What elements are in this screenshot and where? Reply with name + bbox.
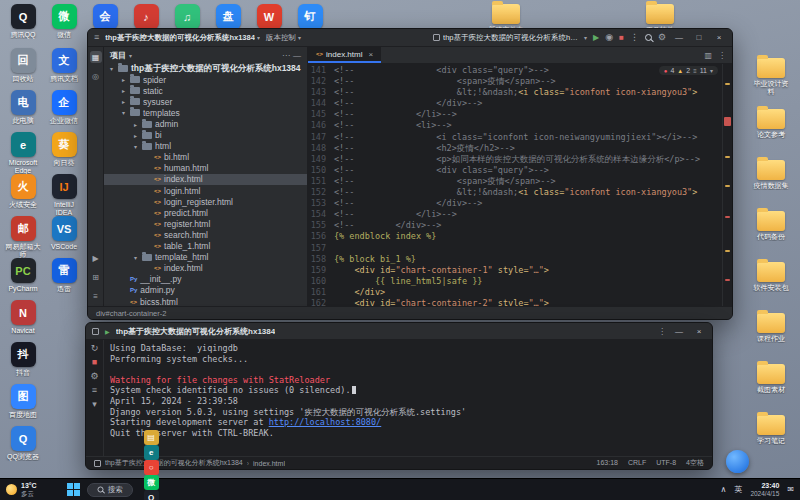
console-close-button[interactable]: ×: [692, 327, 706, 336]
taskbar-icon-explorer[interactable]: ▤: [144, 430, 159, 445]
desktop-icon[interactable]: 企企业微信: [45, 90, 83, 125]
panel-options-icon[interactable]: ⋯: [282, 51, 290, 60]
desktop-folder[interactable]: 毕业设计资料: [752, 58, 790, 96]
code-editor[interactable]: 141<!-- <div class="query">-->142<!-- <s…: [308, 65, 722, 306]
desktop-folder[interactable]: 软件安装包: [752, 262, 790, 292]
taskbar-clock[interactable]: 23:40 2024/4/15: [750, 482, 779, 498]
console-tab[interactable]: thp基于疾控大数据的可视化分析系统hx1384: [116, 326, 276, 337]
desktop-icon[interactable]: VSVSCode: [45, 216, 83, 251]
tree-item[interactable]: <>login_register.html: [104, 196, 307, 207]
status-item[interactable]: CRLF: [628, 459, 646, 466]
tree-item[interactable]: <>search.html: [104, 229, 307, 240]
terminal-tool-icon[interactable]: ≡: [90, 290, 102, 302]
tree-item[interactable]: ▸admin: [104, 118, 307, 129]
desktop-icon[interactable]: NNavicat: [4, 300, 42, 335]
breadcrumb-item[interactable]: div#chart-container-2: [96, 309, 166, 318]
desktop-icon[interactable]: Q腾讯QQ: [4, 4, 42, 39]
desktop-folder[interactable]: 代码备份: [752, 211, 790, 241]
tree-item[interactable]: ▾template_html: [104, 252, 307, 263]
desktop-folder[interactable]: 课程作业: [752, 313, 790, 343]
tree-item[interactable]: ▸sysuser: [104, 96, 307, 107]
expand-arrow[interactable]: ▾: [108, 65, 115, 72]
close-button[interactable]: ×: [712, 33, 726, 42]
tree-item[interactable]: <>login.html: [104, 185, 307, 196]
split-editor-icon[interactable]: ▥: [704, 51, 712, 60]
more-actions-icon[interactable]: ⋮: [630, 33, 639, 42]
notification-icon[interactable]: ✉: [787, 485, 794, 494]
tree-item[interactable]: <>register.html: [104, 218, 307, 229]
tree-item[interactable]: ▾thp基于疾控大数据的可视化分析系统hx1384D:\develop\thp基…: [104, 63, 307, 74]
expand-arrow[interactable]: ▸: [120, 98, 127, 105]
desktop-icon[interactable]: PCPyCharm: [4, 258, 42, 293]
inspections-widget[interactable]: ● 4 ▲ 2 ≡ 11 ▾: [659, 66, 718, 75]
project-tool-icon[interactable]: ▦: [90, 51, 102, 63]
tree-item[interactable]: <>index.html: [104, 263, 307, 274]
tree-item[interactable]: <>human.html: [104, 163, 307, 174]
tree-item[interactable]: <>index.html: [104, 174, 307, 185]
minimize-button[interactable]: —: [672, 33, 686, 42]
desktop-icon[interactable]: 电此电脑: [4, 90, 42, 125]
desktop-folder[interactable]: 论文参考: [752, 109, 790, 139]
tree-item[interactable]: ▾templates: [104, 107, 307, 118]
expand-arrow[interactable]: ▾: [132, 254, 139, 261]
expand-arrow[interactable]: ▸: [132, 121, 139, 128]
weather-widget[interactable]: 13°C 多云: [6, 482, 37, 498]
desktop-icon[interactable]: IJIntelliJ IDEA: [45, 174, 83, 217]
console-settings-icon[interactable]: ⚙: [90, 372, 98, 381]
desktop-folder[interactable]: 学习笔记: [752, 415, 790, 445]
tree-item[interactable]: <>table_1.html: [104, 241, 307, 252]
start-button[interactable]: [67, 483, 81, 497]
run-tool-icon[interactable]: ▶: [90, 252, 102, 264]
console-minimize-button[interactable]: —: [672, 327, 686, 336]
desktop-icon[interactable]: 微微信: [45, 4, 83, 39]
taskbar-icon-edge[interactable]: e: [144, 445, 159, 460]
stop-button[interactable]: ■: [92, 358, 97, 367]
status-item[interactable]: 4空格: [686, 459, 704, 466]
desktop-icon[interactable]: 火火绒安全: [4, 174, 42, 209]
console-more-icon[interactable]: ⋮: [658, 327, 666, 336]
tree-item[interactable]: ▸spider: [104, 74, 307, 85]
status-item[interactable]: 163:18: [597, 459, 618, 466]
tree-item[interactable]: <>bi.html: [104, 152, 307, 163]
editor-scrollbar[interactable]: [722, 64, 732, 306]
rerun-button[interactable]: ↻: [91, 344, 99, 353]
desktop-icon[interactable]: 雷迅雷: [45, 258, 83, 293]
ime-indicator[interactable]: 英: [734, 484, 742, 495]
tab-index-html[interactable]: <> index.html ×: [308, 47, 381, 63]
settings-gear-icon[interactable]: ⚙: [658, 33, 666, 42]
tray-chevron-icon[interactable]: ∧: [721, 485, 727, 494]
breadcrumb[interactable]: div#chart-container-2: [88, 306, 732, 319]
desktop-icon[interactable]: QQQ浏览器: [4, 426, 42, 461]
project-widget[interactable]: thp基于疾控大数据的可视化分析系统hx1384 ▾: [105, 33, 260, 43]
status-item[interactable]: UTF-8: [656, 459, 676, 466]
desktop-icon[interactable]: eMicrosoft Edge: [4, 132, 42, 175]
close-tab-icon[interactable]: ×: [368, 50, 373, 59]
expand-arrow[interactable]: ▾: [120, 109, 127, 116]
stop-button[interactable]: ■: [619, 34, 624, 42]
tree-item[interactable]: <>predict.html: [104, 207, 307, 218]
desktop-icon[interactable]: 抖抖音: [4, 342, 42, 377]
desktop-icon[interactable]: 回回收站: [4, 48, 42, 83]
desktop-folder[interactable]: 疫情数据集: [752, 160, 790, 190]
desktop-icon[interactable]: 图百度地图: [4, 384, 42, 419]
tree-item[interactable]: Pyadmin.py: [104, 285, 307, 296]
maximize-button[interactable]: □: [692, 33, 706, 42]
hide-panel-icon[interactable]: —: [293, 51, 301, 60]
main-menu-icon[interactable]: ≡: [94, 33, 99, 42]
taskbar-icon-qq[interactable]: Q: [144, 490, 159, 500]
expand-arrow[interactable]: ▾: [132, 143, 139, 150]
search-everywhere-icon[interactable]: [645, 34, 652, 41]
taskbar-icon-chrome[interactable]: ○: [144, 460, 159, 475]
expand-arrow[interactable]: ▸: [120, 87, 127, 94]
tree-item[interactable]: <>bicss.html: [104, 296, 307, 306]
tree-item[interactable]: ▾html: [104, 141, 307, 152]
console-options-icon[interactable]: ≡: [92, 386, 97, 395]
nav-file[interactable]: index.html: [253, 460, 285, 467]
project-panel-header[interactable]: 项目 ▾ ⋯ —: [104, 47, 307, 63]
run-config-selector[interactable]: thp基于疾控大数据的可视化分析系统hx1384 ▾: [433, 33, 587, 43]
tree-item[interactable]: ▸bi: [104, 130, 307, 141]
tree-item[interactable]: ▸static: [104, 85, 307, 96]
vcs-widget[interactable]: 版本控制 ▾: [266, 33, 301, 43]
desktop-icon[interactable]: 葵向日葵: [45, 132, 83, 167]
desktop-icon[interactable]: 邮网易邮箱大师: [4, 216, 42, 259]
